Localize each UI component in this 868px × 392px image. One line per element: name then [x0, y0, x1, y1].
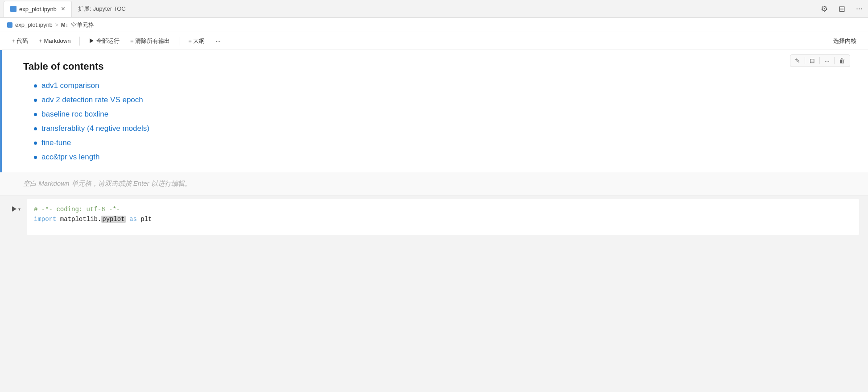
- breadcrumb-bar: exp_plot.ipynb > M↓ 空单元格: [0, 18, 868, 32]
- run-all-button[interactable]: ▶ 全部运行: [84, 35, 124, 47]
- outline-button[interactable]: ≡ 大纲: [184, 35, 209, 47]
- code-cell-gutter: ▾: [0, 199, 27, 235]
- breadcrumb-cell-label: 空单元格: [71, 21, 94, 29]
- tab-active[interactable]: exp_plot.ipynb ×: [4, 1, 72, 17]
- toc-link-3[interactable]: baseline roc boxline: [41, 110, 108, 119]
- toc-bullet-2: [34, 99, 37, 102]
- chevron-down-icon: ▾: [18, 207, 21, 212]
- code-comment-1: # -*- coding: utf-8 -*-: [34, 206, 120, 213]
- tab-bar: exp_plot.ipynb × 扩展: Jupyter TOC ⚙ ⊟ ···: [0, 0, 868, 18]
- toc-bullet-5: [34, 142, 37, 145]
- list-item: baseline roc boxline: [34, 110, 847, 119]
- tab-bar-left: exp_plot.ipynb × 扩展: Jupyter TOC: [4, 1, 132, 17]
- select-kernel-button[interactable]: 选择内核: [829, 35, 861, 47]
- code-alias-name: plt: [141, 216, 152, 223]
- notebook-icon: [10, 6, 17, 12]
- code-module-prefix: matplotlib.: [60, 216, 101, 223]
- tab-inactive-label: 扩展: Jupyter TOC: [78, 5, 125, 12]
- cell-toolbar-sep-1: [805, 57, 805, 64]
- list-item: acc&tpr vs length: [34, 153, 847, 162]
- toc-link-2[interactable]: adv 2 detection rate VS epoch: [41, 96, 143, 104]
- tab-close-button[interactable]: ×: [61, 5, 65, 13]
- empty-markdown-placeholder: 空白 Markdown 单元格，请双击或按 Enter 以进行编辑。: [23, 179, 191, 187]
- cell-edit-button[interactable]: ✎: [792, 56, 803, 66]
- code-line-1: # -*- coding: utf-8 -*-: [34, 204, 852, 214]
- cell-toolbar-sep-2: [819, 57, 820, 64]
- main-content: ✎ ⊟ ··· 🗑 Table of contents adv1 compari…: [0, 50, 868, 392]
- tab-inactive[interactable]: 扩展: Jupyter TOC: [72, 2, 132, 16]
- tab-bar-right: ⚙ ⊟ ···: [819, 2, 864, 16]
- run-cell-button[interactable]: ▾: [10, 205, 22, 213]
- breadcrumb-file-icon: [7, 22, 12, 28]
- cell-more-button[interactable]: ···: [822, 56, 832, 66]
- code-import-keyword: import: [34, 216, 56, 223]
- list-item: transferablity (4 negtive models): [34, 124, 847, 133]
- list-item: adv 2 detection rate VS epoch: [34, 96, 847, 104]
- notebook-toolbar: + 代码 + Markdown ▶ 全部运行 ≡ 清除所有输出 ≡ 大纲 ···…: [0, 32, 868, 50]
- toolbar-separator-2: [179, 37, 179, 46]
- code-as-kw: as: [129, 216, 137, 223]
- breadcrumb-file: exp_plot.ipynb: [15, 21, 53, 28]
- toc-bullet-3: [34, 113, 37, 116]
- toc-bullet-6: [34, 156, 37, 159]
- more-options-button[interactable]: ···: [854, 2, 864, 15]
- toc-link-1[interactable]: adv1 comparison: [41, 81, 99, 90]
- toc-heading: Table of contents: [23, 61, 847, 72]
- toolbar-separator-1: [79, 37, 80, 46]
- empty-markdown-cell[interactable]: 空白 Markdown 单元格，请双击或按 Enter 以进行编辑。: [0, 172, 868, 196]
- toolbar-more-button[interactable]: ···: [211, 36, 225, 46]
- toc-link-4[interactable]: transferablity (4 negtive models): [41, 124, 149, 133]
- add-code-button[interactable]: + 代码: [7, 35, 33, 47]
- toc-bullet-1: [34, 84, 37, 88]
- toc-bullet-4: [34, 127, 37, 130]
- toc-list: adv1 comparison adv 2 detection rate VS …: [23, 81, 847, 162]
- clear-output-button[interactable]: ≡ 清除所有输出: [126, 35, 174, 47]
- tab-active-label: exp_plot.ipynb: [19, 6, 57, 13]
- markdown-cell-wrapper: ✎ ⊟ ··· 🗑 Table of contents adv1 compari…: [0, 50, 868, 172]
- breadcrumb-cell-type: M↓: [61, 22, 68, 28]
- split-editor-button[interactable]: ⊟: [837, 2, 847, 16]
- list-item: adv1 comparison: [34, 81, 847, 90]
- cell-toolbar: ✎ ⊟ ··· 🗑: [790, 54, 850, 67]
- cell-delete-button[interactable]: 🗑: [836, 56, 848, 66]
- code-cell[interactable]: # -*- coding: utf-8 -*- import matplotli…: [27, 199, 859, 235]
- toc-link-5[interactable]: fine-tune: [41, 138, 71, 147]
- breadcrumb-separator: >: [55, 22, 58, 28]
- run-triangle-icon: [12, 206, 17, 212]
- settings-button[interactable]: ⚙: [819, 2, 830, 16]
- code-module-highlight: pyplot: [101, 216, 125, 223]
- code-line-2: import matplotlib.pyplot as plt: [34, 214, 852, 224]
- toc-link-6[interactable]: acc&tpr vs length: [41, 153, 99, 162]
- list-item: fine-tune: [34, 138, 847, 147]
- cell-toolbar-sep-3: [834, 57, 835, 64]
- markdown-cell[interactable]: ✎ ⊟ ··· 🗑 Table of contents adv1 compari…: [2, 50, 868, 172]
- add-markdown-button[interactable]: + Markdown: [34, 36, 75, 46]
- cell-split-button[interactable]: ⊟: [807, 56, 818, 66]
- code-cell-wrapper: ▾ # -*- coding: utf-8 -*- import matplot…: [0, 196, 868, 235]
